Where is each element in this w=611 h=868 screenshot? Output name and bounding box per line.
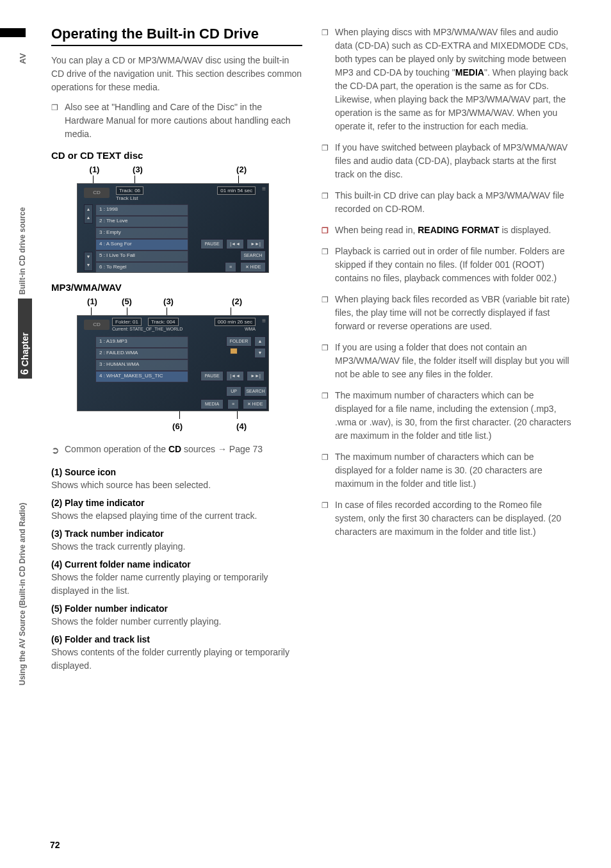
list-item[interactable]: 3 : HUMAN.WMA [95,359,188,371]
list-item[interactable]: 1 : A19.MP3 [95,336,188,348]
description-title: (1) Source icon [51,467,302,477]
right-column: ❐When playing discs with MP3/WMA/WAV fil… [322,26,573,678]
square-bullet-icon: ❐ [322,500,329,539]
description-title: (3) Track number indicator [51,528,302,539]
right-bullet-list: ❐When playing discs with MP3/WMA/WAV fil… [322,26,573,539]
pause-button[interactable]: PAUSE [200,239,224,249]
figure-cd: (1) (3) (2) CD Track: 06 Track List 01 m… [77,165,269,273]
track-indicator: Track: 004 [148,318,179,326]
folder-indicator: Folder: 01 [112,318,142,326]
note-text: When being read in, READING FORMAT is di… [335,224,551,237]
prev-button[interactable]: |◄◄ [226,371,244,381]
description-text: Shows the folder number currently playin… [51,615,302,628]
descriptions-list: (1) Source iconShows which source has be… [51,467,302,672]
list-item[interactable]: 2 : FAILED.WMA [95,348,188,359]
search-button[interactable]: SEARCH [240,250,266,261]
description-title: (2) Play time indicator [51,498,302,508]
description-block: (3) Track number indicatorShows the trac… [51,528,302,553]
hide-button[interactable]: ✕ HIDE [243,399,267,409]
square-bullet-icon: ❐ [322,452,329,491]
fig1-label-2: (2) [163,165,266,174]
note-text: In case of files recorded according to t… [335,498,573,539]
tracklist-label: Track List [116,195,138,201]
common-op-text: Common operation of the CD sources → Pag… [65,443,263,458]
fig2-label-1: (1) [77,297,108,306]
search-button[interactable]: SEARCH [244,386,267,397]
list-item[interactable]: 2 : The Love [95,216,188,227]
square-bullet-icon: ❐ [322,225,329,237]
down-arrows-icon[interactable]: ▼▼ [84,252,93,271]
fig2-label-4: (4) [189,422,247,431]
description-title: (4) Current folder name indicator [51,559,302,569]
page-number: 72 [50,840,60,850]
list-item[interactable]: 4 : A Song For [95,239,188,250]
square-bullet-icon: ❐ [51,102,58,141]
fig2-label-2: (2) [191,297,261,306]
note-text: If you have switched between playback of… [335,141,573,181]
cd-source-icon: CD [84,188,110,198]
note-text: When playing discs with MP3/WMA/WAV file… [335,26,573,133]
chapter-label: Chapter [20,332,30,366]
screenshot-cd: CD Track: 06 Track List 01 min 54 sec ≡ … [77,183,269,273]
square-bullet-icon: ❐ [322,190,329,216]
square-bullet-icon: ❐ [322,27,329,133]
note-item: ❐When playing discs with MP3/WMA/WAV fil… [322,26,573,133]
square-bullet-icon: ❐ [322,342,329,381]
header-black-bar [0,28,26,37]
folder-down-button[interactable]: ▼ [254,348,266,358]
side-tab-av: AV [18,38,28,64]
figure-mp3: (1) (5) (3) (2) CD Folder: 01 Track: 004… [77,297,269,431]
up-arrows-icon[interactable]: ▲▲ [84,204,93,224]
next-button[interactable]: ►►| [247,239,265,249]
description-title: (5) Folder number indicator [51,603,302,614]
folder-up-button[interactable]: ▲ [254,336,266,347]
also-see-text: Also see at "Handling and Care of the Di… [65,101,302,141]
list-button[interactable]: ≡ [225,262,236,272]
square-bullet-icon: ❐ [322,142,329,181]
note-item: ❐Playback is carried out in order of fil… [322,245,573,285]
folder-label-button: FOLDER [226,336,252,347]
fig2-label-3: (3) [146,297,191,306]
time-indicator: 01 min 54 sec [217,186,256,195]
list-item[interactable]: 3 : Empty [95,227,188,239]
note-text: If you are using a folder that does not … [335,341,573,381]
tick-line [127,307,127,315]
tick-line [167,307,167,315]
page-title: Operating the Built-in CD Drive [51,26,302,46]
heading-mp3: MP3/WMA/WAV [51,282,302,293]
note-item: ❐The maximum number of characters which … [322,389,573,443]
list-button[interactable]: ≡ [227,399,239,409]
list-item[interactable]: 5 : I Live To Fall [95,250,188,262]
tick-line [91,307,92,315]
media-button[interactable]: MEDIA [200,399,224,409]
description-text: Shows the elapsed playing time of the cu… [51,509,302,522]
note-item: ❐If you are using a folder that does not… [322,341,573,381]
common-operation-ref: ➲ Common operation of the CD sources → P… [51,443,302,458]
menu-lines-icon: ≡ [262,185,266,192]
pause-button[interactable]: PAUSE [200,371,224,381]
prev-button[interactable]: |◄◄ [226,239,244,249]
list-item[interactable]: 6 : To Regel [95,262,188,273]
side-tab-builtin: Built-in CD drive source [18,192,27,295]
fig2-label-5: (5) [108,297,146,306]
cd-source-icon: CD [84,320,110,330]
square-bullet-icon: ❐ [322,246,329,285]
note-item: ❐When playing back files recorded as VBR… [322,293,573,333]
square-bullet-icon: ❐ [322,390,329,443]
description-block: (1) Source iconShows which source has be… [51,467,302,491]
note-item: ❐The maximum number of characters which … [322,450,573,491]
hide-button[interactable]: ✕ HIDE [240,262,266,272]
description-block: (2) Play time indicatorShows the elapsed… [51,498,302,522]
description-block: (6) Folder and track listShows contents … [51,634,302,672]
list-item[interactable]: 4 : WHAT_MAKES_US_TIC [95,371,188,382]
note-text: The maximum number of characters which c… [335,389,573,443]
description-text: Shows the folder name currently playing … [51,571,302,597]
intro-text: You can play a CD or MP3/WMA/WAV disc us… [51,54,302,94]
side-tab-chapter: 6 Chapter [18,299,32,379]
up-button[interactable]: UP [226,386,241,397]
also-see-note: ❐ Also see at "Handling and Care of the … [51,101,302,141]
side-tabs: AV Built-in CD drive source 6 Chapter Us… [18,38,32,679]
list-item[interactable]: 1 : 1998 [95,204,188,216]
folder-icon [230,348,238,354]
next-button[interactable]: ►►| [247,371,265,381]
